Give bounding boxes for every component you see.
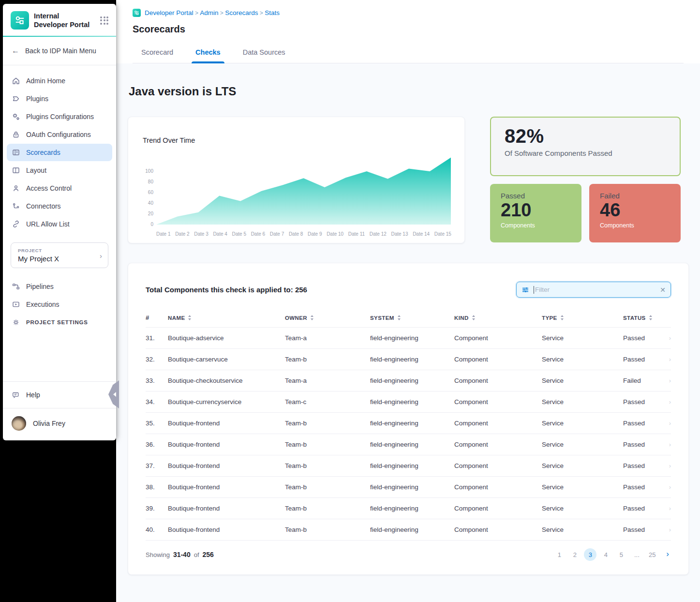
table-title: Total Components this check is applied t… — [146, 286, 307, 294]
table-row[interactable]: 37.Boutique-frontendTeam-bfield-engineer… — [146, 455, 671, 476]
sidebar-item-url-allow-list[interactable]: URL Allow List — [7, 215, 112, 233]
x-tick-label: Date 7 — [270, 231, 284, 237]
sidebar-item-project-settings[interactable]: PROJECT SETTINGS — [7, 314, 112, 331]
sidebar-item-oauth-configurations[interactable]: OAuth Configurations — [7, 126, 112, 143]
breadcrumb-link-admin[interactable]: Admin — [200, 9, 218, 16]
table-row[interactable]: 35.Boutique-frontendTeam-bfield-engineer… — [146, 412, 671, 434]
page-button-3[interactable]: 3 — [584, 548, 596, 561]
row-index: 32. — [146, 356, 168, 363]
help-button[interactable]: Help — [3, 381, 116, 408]
clear-filter-icon[interactable]: ✕ — [660, 286, 666, 294]
plugin-icon — [12, 94, 20, 103]
page-ellipsis: ... — [630, 548, 643, 561]
sidebar-item-plugins-configurations[interactable]: Plugins Configurations — [7, 108, 112, 125]
filter-input[interactable] — [535, 286, 655, 293]
cell-name: Boutique-frontend — [168, 526, 285, 533]
tab-scorecard[interactable]: Scorecard — [133, 43, 182, 63]
cell-name: Boutique-frontend — [168, 441, 285, 448]
sidebar-item-label: Plugins — [26, 95, 48, 103]
app-title: InternalDeveloper Portal — [34, 12, 94, 29]
column-header-status[interactable]: STATUS — [623, 315, 664, 321]
sidebar-item-plugins[interactable]: Plugins — [7, 90, 112, 107]
table-row[interactable]: 33.Boutique-checkoutserviceTeam-afield-e… — [146, 370, 671, 391]
next-page-icon[interactable]: › — [661, 549, 671, 560]
check-heading: Java version is LTS — [129, 85, 688, 98]
cell-kind: Component — [454, 398, 542, 406]
table-row[interactable]: 32.Boutique-carservuceTeam-bfield-engine… — [146, 348, 671, 370]
table-row[interactable]: 31.Boutique-adserviceTeam-afield-enginee… — [146, 327, 671, 348]
back-to-idp-main-menu[interactable]: ← Back to IDP Main Menu — [3, 37, 116, 65]
page-button-25[interactable]: 25 — [646, 548, 658, 561]
table-row[interactable]: 40.Boutique-frontendTeam-bfield-engineer… — [146, 519, 671, 540]
cell-name: Boutique-frontend — [168, 483, 285, 491]
execution-icon — [12, 300, 20, 309]
row-chevron-icon: › — [664, 334, 671, 342]
page-button-4[interactable]: 4 — [599, 548, 612, 561]
cell-system: field-engineering — [370, 398, 454, 406]
sidebar-item-pipelines[interactable]: Pipelines — [7, 278, 112, 295]
failed-label: Failed — [600, 192, 670, 200]
cell-owner: Team-c — [285, 398, 370, 406]
column-header-kind[interactable]: KIND — [454, 315, 542, 321]
x-tick-label: Date 8 — [289, 231, 303, 237]
sort-icon — [649, 315, 653, 321]
chart-title: Trend Over Time — [143, 136, 451, 144]
breadcrumb-link-developer-portal[interactable]: Developer Portal — [145, 9, 194, 16]
failed-card: Failed 46 Components — [589, 184, 681, 242]
cell-system: field-engineering — [370, 334, 454, 342]
sort-icon — [188, 315, 192, 321]
sidebar-item-label: Plugins Configurations — [26, 113, 94, 120]
cell-system: field-engineering — [370, 526, 454, 533]
row-index: 39. — [146, 505, 168, 512]
table-row[interactable]: 34.Boutique-currencyserviceTeam-cfield-e… — [146, 391, 671, 412]
cell-type: Service — [542, 356, 623, 363]
app-grid-icon[interactable] — [99, 15, 109, 26]
sidebar-item-scorecards[interactable]: Scorecards — [7, 144, 112, 161]
y-tick-label: 100 — [145, 168, 153, 174]
link-icon — [12, 220, 20, 228]
row-chevron-icon: › — [664, 356, 671, 363]
row-index: 31. — [146, 334, 168, 342]
idp-mini-logo-icon — [133, 9, 141, 17]
breadcrumb-link-scorecards[interactable]: Scorecards — [225, 9, 258, 16]
column-header-name[interactable]: NAME — [168, 315, 285, 321]
tab-data-sources[interactable]: Data Sources — [234, 43, 294, 63]
column-label: STATUS — [623, 315, 646, 321]
breadcrumb-separator: > — [194, 10, 200, 16]
row-index: 38. — [146, 483, 168, 491]
cell-owner: Team-a — [285, 377, 370, 384]
lock-icon — [12, 130, 20, 139]
sidebar-item-layout[interactable]: Layout — [7, 162, 112, 179]
tab-checks[interactable]: Checks — [187, 43, 229, 63]
column-header-type[interactable]: TYPE — [542, 315, 623, 321]
x-tick-label: Date 3 — [194, 231, 208, 237]
table-row[interactable]: 39.Boutique-frontendTeam-bfield-engineer… — [146, 497, 671, 519]
page-button-2[interactable]: 2 — [568, 548, 581, 561]
table-row[interactable]: 36.Boutique-frontendTeam-bfield-engineer… — [146, 434, 671, 455]
arrow-left-icon: ← — [12, 46, 19, 55]
cell-status: Passed — [623, 441, 664, 448]
sidebar-item-connectors[interactable]: Connectors — [7, 197, 112, 215]
trend-chart-card: Trend Over Time 020406080100 Date 1Date — [128, 117, 465, 243]
table-row[interactable]: 38.Boutique-frontendTeam-bfield-engineer… — [146, 476, 671, 497]
cell-kind: Component — [454, 526, 542, 533]
cell-name: Boutique-currencyservice — [168, 398, 285, 406]
project-selector[interactable]: PROJECT My Project X › — [11, 242, 108, 268]
page-button-5[interactable]: 5 — [615, 548, 627, 561]
column-label: SYSTEM — [370, 315, 394, 321]
cell-type: Service — [542, 334, 623, 342]
row-chevron-icon: › — [664, 441, 671, 448]
user-menu[interactable]: Olivia Frey — [3, 408, 116, 440]
chevron-left-icon — [113, 392, 116, 397]
breadcrumb-link-stats[interactable]: Stats — [265, 9, 280, 16]
cell-system: field-engineering — [370, 356, 454, 363]
sidebar-item-admin-home[interactable]: Admin Home — [7, 72, 112, 90]
cell-owner: Team-b — [285, 462, 370, 469]
column-header-system[interactable]: SYSTEM — [370, 315, 454, 321]
page-title: Scorecards — [133, 24, 684, 35]
column-header-owner[interactable]: OWNER — [285, 315, 370, 321]
sidebar-item-access-control[interactable]: Access Control — [7, 180, 112, 197]
cell-kind: Component — [454, 420, 542, 427]
sidebar-item-executions[interactable]: Executions — [7, 296, 112, 313]
page-button-1[interactable]: 1 — [553, 548, 566, 561]
